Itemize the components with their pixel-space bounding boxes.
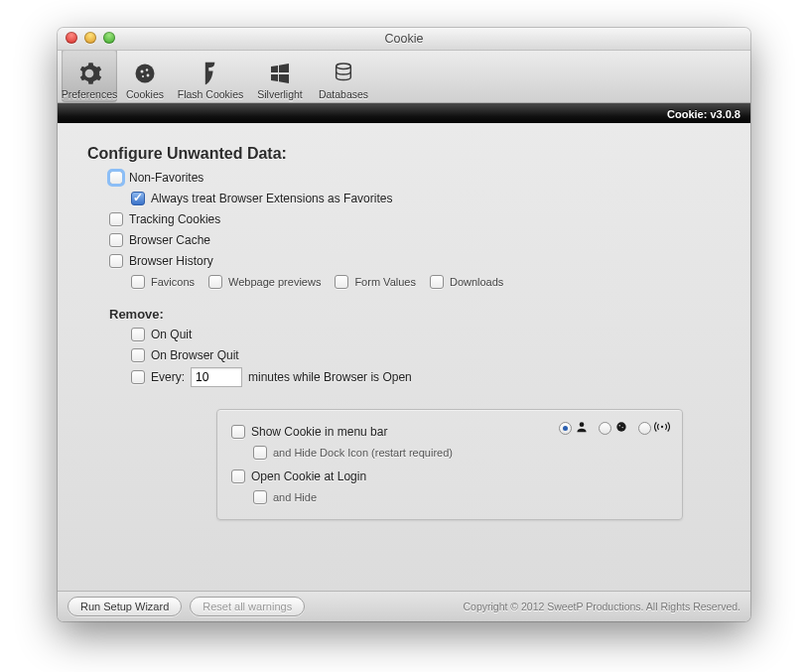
checkbox-extensions-as-favorites[interactable] xyxy=(131,192,145,205)
label-form-values: Form Values xyxy=(354,273,416,291)
label-downloads: Downloads xyxy=(450,273,503,291)
radio-icon-cookie[interactable] xyxy=(599,422,611,435)
checkbox-form-values[interactable] xyxy=(335,275,348,289)
label-open-at-login: Open Cookie at Login xyxy=(251,468,366,485)
app-window: Cookie Preferences Cookies Flash Cooki xyxy=(58,28,750,621)
checkbox-favicons[interactable] xyxy=(131,275,145,289)
configure-heading: Configure Unwanted Data: xyxy=(87,145,721,163)
checkbox-and-hide[interactable] xyxy=(253,490,267,504)
label-hide-dock-icon: and Hide Dock Icon (restart required) xyxy=(273,444,453,462)
silhouette-icon xyxy=(575,420,589,437)
gear-icon xyxy=(76,60,102,87)
checkbox-webpage-previews[interactable] xyxy=(208,275,222,289)
checkbox-downloads[interactable] xyxy=(430,275,444,289)
label-show-menu-bar: Show Cookie in menu bar xyxy=(251,423,387,441)
zoom-window-button[interactable] xyxy=(103,32,115,44)
label-on-browser-quit: On Browser Quit xyxy=(151,346,239,364)
label-extensions-as-favorites: Always treat Browser Extensions as Favor… xyxy=(151,190,392,207)
label-tracking-cookies: Tracking Cookies xyxy=(129,210,220,228)
toolbar-tab-flash-cookies[interactable]: Flash Cookies xyxy=(173,49,248,102)
label-webpage-previews: Webpage previews xyxy=(228,273,321,291)
svg-point-6 xyxy=(580,422,585,427)
checkbox-non-favorites[interactable] xyxy=(109,171,123,185)
version-bar: Cookie: v3.0.8 xyxy=(58,103,750,125)
history-sub-options: Favicons Webpage previews Form Values Do… xyxy=(131,273,721,291)
menu-bar-icon-style-group xyxy=(559,420,670,437)
close-window-button[interactable] xyxy=(66,32,77,44)
checkbox-hide-dock-icon[interactable] xyxy=(253,446,267,460)
svg-point-4 xyxy=(142,75,144,77)
database-icon xyxy=(333,60,354,87)
svg-point-5 xyxy=(337,64,351,68)
toolbar-tab-cookies[interactable]: Cookies xyxy=(117,49,173,102)
label-favicons: Favicons xyxy=(151,273,195,291)
toolbar-tab-silverlight[interactable]: Silverlight xyxy=(248,49,312,102)
svg-point-10 xyxy=(661,426,663,428)
checkbox-browser-cache[interactable] xyxy=(109,233,123,247)
label-browser-cache: Browser Cache xyxy=(129,231,210,249)
checkbox-tracking-cookies[interactable] xyxy=(109,212,123,226)
footer-bar: Run Setup Wizard Reset all warnings Copy… xyxy=(58,591,750,621)
svg-point-9 xyxy=(621,427,622,428)
cookie-small-icon xyxy=(614,420,628,437)
svg-point-7 xyxy=(616,422,625,431)
titlebar: Cookie xyxy=(58,28,750,51)
checkbox-show-menu-bar[interactable] xyxy=(231,425,245,439)
checkbox-open-at-login[interactable] xyxy=(231,470,245,483)
silverlight-icon xyxy=(268,60,292,87)
input-interval-minutes[interactable] xyxy=(191,367,242,387)
label-every-prefix: Every: xyxy=(151,368,185,386)
checkbox-every-interval[interactable] xyxy=(131,370,145,384)
checkbox-on-quit[interactable] xyxy=(131,328,145,341)
cookie-icon xyxy=(133,60,157,87)
copyright-text: Copyright © 2012 SweetP Productions. All… xyxy=(463,601,741,612)
minimize-window-button[interactable] xyxy=(84,32,96,44)
button-run-setup-wizard[interactable]: Run Setup Wizard xyxy=(67,597,182,616)
toolbar: Preferences Cookies Flash Cookies Silver… xyxy=(58,51,750,103)
signal-icon xyxy=(654,420,670,437)
label-every-suffix: minutes while Browser is Open xyxy=(248,368,412,386)
version-label: Cookie: v3.0.8 xyxy=(667,108,741,120)
label-non-favorites: Non-Favorites xyxy=(129,169,203,187)
checkbox-on-browser-quit[interactable] xyxy=(131,348,145,362)
button-reset-all-warnings[interactable]: Reset all warnings xyxy=(190,597,305,616)
svg-point-0 xyxy=(136,65,155,83)
flash-icon xyxy=(200,60,221,87)
svg-point-2 xyxy=(146,68,148,70)
window-title: Cookie xyxy=(385,32,424,46)
label-browser-history: Browser History xyxy=(129,252,213,270)
radio-icon-signal[interactable] xyxy=(638,422,651,435)
remove-heading: Remove: xyxy=(109,307,721,322)
svg-point-1 xyxy=(141,70,144,73)
menu-bar-options-box: Show Cookie in menu bar and Hide Dock Ic… xyxy=(216,409,683,520)
toolbar-tab-preferences[interactable]: Preferences xyxy=(62,49,117,102)
svg-point-3 xyxy=(147,74,150,77)
label-and-hide: and Hide xyxy=(273,488,317,506)
label-on-quit: On Quit xyxy=(151,326,192,343)
toolbar-tab-databases[interactable]: Databases xyxy=(312,49,375,102)
svg-point-8 xyxy=(618,425,620,427)
preferences-pane: Configure Unwanted Data: Non-Favorites A… xyxy=(58,123,750,592)
radio-icon-silhouette[interactable] xyxy=(559,422,572,435)
checkbox-browser-history[interactable] xyxy=(109,254,123,268)
